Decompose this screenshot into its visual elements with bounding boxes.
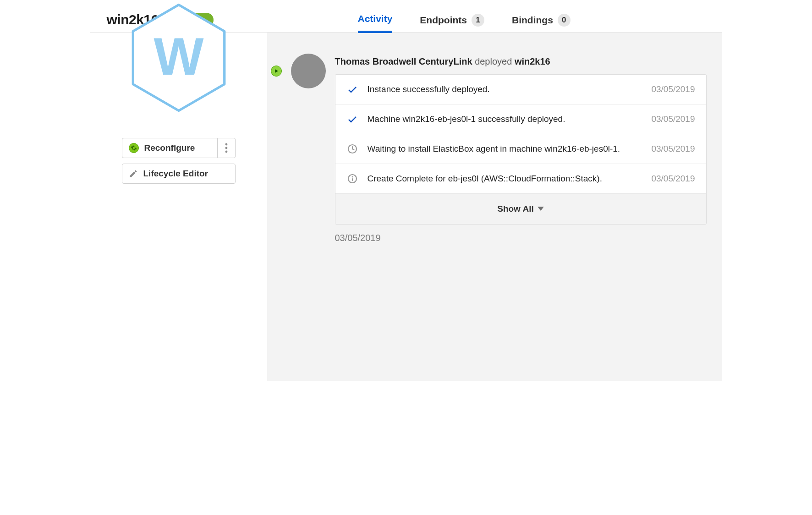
- svg-marker-9: [538, 207, 544, 211]
- show-all-button[interactable]: Show All: [335, 194, 706, 224]
- tab-bindings[interactable]: Bindings 0: [512, 14, 571, 33]
- activity-row: Create Complete for eb-jes0l (AWS::Cloud…: [335, 164, 706, 194]
- tab-endpoints-label: Endpoints: [420, 15, 467, 26]
- activity-date: 03/05/2019: [651, 174, 695, 184]
- tab-activity[interactable]: Activity: [358, 13, 393, 33]
- activity-row: Waiting to install ElasticBox agent in m…: [335, 134, 706, 164]
- clock-icon: [346, 143, 358, 154]
- activity-panel: Thomas Broadwell CenturyLink deployed wi…: [267, 33, 722, 381]
- check-icon: [346, 84, 358, 95]
- lifecycle-editor-label: Lifecycle Editor: [143, 169, 208, 179]
- reconfigure-button[interactable]: Reconfigure: [122, 138, 218, 158]
- play-icon: [271, 66, 282, 77]
- activity-row: Machine win2k16-eb-jes0l-1 successfully …: [335, 104, 706, 134]
- user-avatar: [291, 54, 326, 88]
- instance-hexagon: W: [131, 2, 227, 113]
- svg-rect-8: [352, 178, 353, 181]
- activity-log-card: Instance successfully deployed. 03/05/20…: [335, 74, 707, 225]
- bindings-count-badge: 0: [558, 14, 571, 27]
- tab-bindings-label: Bindings: [512, 15, 553, 26]
- info-icon: [346, 173, 358, 184]
- hexagon-letter: W: [154, 27, 203, 86]
- reconfigure-label: Reconfigure: [144, 143, 195, 153]
- show-all-label: Show All: [497, 204, 534, 214]
- caret-down-icon: [538, 207, 544, 211]
- svg-point-7: [351, 176, 353, 178]
- sidebar: W Reconfigure: [90, 33, 267, 381]
- tab-endpoints[interactable]: Endpoints 1: [420, 14, 484, 33]
- action-word: deployed: [475, 56, 512, 66]
- activity-date: 03/05/2019: [651, 144, 695, 154]
- activity-date: 03/05/2019: [651, 84, 695, 94]
- hexagon-icon: W: [131, 2, 227, 113]
- gear-icon: [129, 143, 139, 153]
- activity-message: Waiting to install ElasticBox agent in m…: [368, 144, 642, 154]
- tab-activity-label: Activity: [358, 13, 393, 24]
- svg-point-3: [225, 151, 227, 153]
- check-icon: [346, 114, 358, 125]
- tabs: Activity Endpoints 1 Bindings 0: [358, 13, 571, 33]
- activity-heading: Thomas Broadwell CenturyLink deployed wi…: [335, 56, 707, 67]
- divider: [122, 195, 236, 195]
- target-name: win2k16: [515, 56, 550, 66]
- svg-point-1: [225, 143, 227, 146]
- activity-footer-date: 03/05/2019: [335, 233, 707, 243]
- activity-message: Machine win2k16-eb-jes0l-1 successfully …: [368, 114, 642, 124]
- actor-name: Thomas Broadwell CenturyLink: [335, 56, 472, 66]
- activity-message: Create Complete for eb-jes0l (AWS::Cloud…: [368, 174, 642, 184]
- svg-marker-4: [275, 69, 278, 73]
- endpoints-count-badge: 1: [472, 14, 484, 27]
- svg-point-2: [225, 147, 227, 149]
- activity-date: 03/05/2019: [651, 114, 695, 124]
- activity-message: Instance successfully deployed.: [368, 84, 642, 94]
- vertical-dots-icon: [225, 143, 228, 153]
- pencil-icon: [129, 169, 138, 178]
- divider: [122, 211, 236, 211]
- reconfigure-more-button[interactable]: [218, 138, 236, 158]
- activity-row: Instance successfully deployed. 03/05/20…: [335, 75, 706, 104]
- lifecycle-editor-button[interactable]: Lifecycle Editor: [122, 164, 236, 184]
